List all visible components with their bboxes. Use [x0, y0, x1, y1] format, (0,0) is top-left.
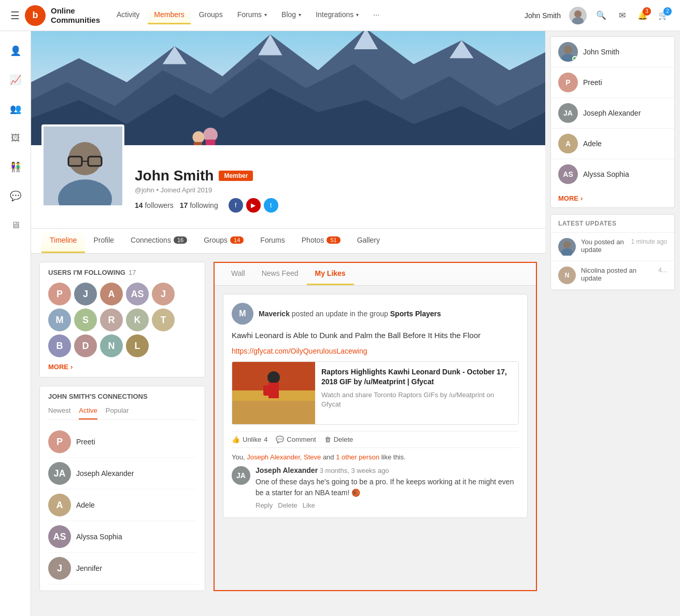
following-avatar-13[interactable]: N [100, 334, 123, 357]
search-icon[interactable]: 🔍 [595, 9, 607, 22]
post-likes: You, Joseph Alexander, Steve and 1 other… [232, 453, 519, 461]
following-avatar-8[interactable]: R [100, 309, 123, 331]
comment-avatar[interactable]: JA [232, 466, 250, 485]
connection-adele: A Adele [48, 489, 196, 521]
post-group-link[interactable]: Sports Players [390, 310, 441, 318]
tab-groups[interactable]: Groups 14 [195, 229, 252, 253]
unlike-label: Unlike [243, 436, 261, 443]
following-title: USERS I'M FOLLOWING 17 [48, 269, 196, 276]
following-avatar-7[interactable]: S [74, 309, 97, 331]
menu-members[interactable]: Members [148, 6, 190, 24]
tab-forums[interactable]: Forums [252, 229, 293, 253]
update-you[interactable]: You posted an update 1 minute ago [551, 233, 674, 261]
member-avatar-alyssa: AS [558, 164, 578, 184]
following-avatar-11[interactable]: B [48, 334, 71, 357]
sidebar-chat-icon[interactable]: 💬 [6, 187, 25, 205]
menu-blog[interactable]: Blog [275, 6, 307, 24]
menu-integrations[interactable]: Integrations [309, 6, 365, 24]
following-avatar-12[interactable]: D [74, 334, 97, 357]
liker-other[interactable]: 1 other person [336, 453, 379, 461]
unlike-action[interactable]: 👍 Unlike 4 [232, 436, 267, 443]
notifications-icon[interactable]: 🔔 3 [636, 9, 649, 22]
conn-avatar-jennifer[interactable]: J [48, 557, 71, 580]
tab-profile[interactable]: Profile [85, 229, 122, 253]
following-avatar-10[interactable]: T [152, 309, 175, 331]
following-avatar-2[interactable]: J [74, 283, 97, 305]
unlike-icon: 👍 [232, 436, 240, 443]
menu-activity[interactable]: Activity [110, 6, 146, 24]
wall-tab-newsfeed[interactable]: News Feed [253, 263, 307, 285]
sidebar-monitor-icon[interactable]: 🖥 [6, 216, 25, 234]
sidebar-person-icon[interactable]: 👤 [6, 41, 25, 60]
following-avatar-9[interactable]: K [126, 309, 149, 331]
members-more-link[interactable]: MORE › [551, 189, 590, 207]
member-joseph[interactable]: JA Joseph Alexander [551, 98, 674, 129]
following-stat[interactable]: 17 following [180, 201, 218, 209]
nav-avatar[interactable] [569, 7, 587, 24]
logo-icon: b [25, 5, 46, 26]
comment-action[interactable]: 💬 Comment [276, 436, 316, 443]
wall-tab-wall[interactable]: Wall [223, 263, 253, 285]
sidebar-photo-icon[interactable]: 🖼 [6, 129, 25, 147]
comment-author[interactable]: Joseph Alexander [256, 466, 318, 474]
photos-badge: 51 [327, 236, 340, 244]
member-john[interactable]: John Smith [551, 37, 674, 67]
following-avatar-3[interactable]: A [100, 283, 123, 305]
conn-tab-active[interactable]: Active [79, 407, 97, 419]
following-avatar-5[interactable]: J [152, 283, 175, 305]
profile-handle: @john • Joined April 2019 [135, 186, 278, 194]
following-avatar-4[interactable]: AS [126, 283, 149, 305]
following-avatar-6[interactable]: M [48, 309, 71, 331]
nav-right: John Smith 🔍 ✉ 🔔 3 🛒 2 [525, 7, 670, 24]
tab-timeline[interactable]: Timeline [41, 229, 85, 253]
connection-jennifer: J Jennifer [48, 553, 196, 584]
update-text-nicolina: Nicolina posted an update [581, 267, 653, 282]
logo[interactable]: b OnlineCommunities [25, 5, 100, 26]
facebook-icon[interactable]: f [229, 198, 243, 213]
conn-tab-popular[interactable]: Popular [106, 407, 129, 419]
member-adele[interactable]: A Adele [551, 129, 674, 159]
menu-more[interactable]: ··· [367, 6, 386, 24]
tab-gallery[interactable]: Gallery [349, 229, 388, 253]
member-name-joseph: Joseph Alexander [583, 109, 641, 117]
member-alyssa[interactable]: AS Alyssa Sophia [551, 159, 674, 189]
post-link[interactable]: https://gfycat.com/OilyQuerulousLacewing [232, 347, 519, 355]
member-preeti[interactable]: P Preeti [551, 67, 674, 98]
cart-icon[interactable]: 🛒 2 [657, 9, 670, 22]
comment-actions: Reply Delete Like [256, 501, 519, 509]
delete-action[interactable]: 🗑 Delete [324, 436, 353, 443]
conn-avatar-alyssa[interactable]: AS [48, 525, 71, 548]
twitter-icon[interactable]: t [264, 198, 278, 213]
sidebar-activity-icon[interactable]: 📈 [6, 71, 25, 89]
following-more-link[interactable]: MORE › [48, 363, 73, 371]
post-author-avatar[interactable]: M [232, 303, 253, 325]
sidebar-profile-icon[interactable]: 👥 [6, 100, 25, 118]
tab-connections[interactable]: Connections 16 [122, 229, 195, 253]
post-preview-card[interactable]: Raptors Highlights Kawhi Leonard Dunk - … [232, 361, 519, 425]
menu-forums[interactable]: Forums [231, 6, 273, 24]
conn-name-adele: Adele [76, 501, 95, 509]
followers-stat[interactable]: 14 followers [135, 201, 174, 209]
social-icons: f ▶ t [229, 198, 278, 213]
following-avatar-1[interactable]: P [48, 283, 71, 305]
wall-tab-mylikes[interactable]: My Likes [307, 263, 354, 285]
tab-photos[interactable]: Photos 51 [293, 229, 349, 253]
comment-delete[interactable]: Delete [278, 501, 298, 509]
conn-tab-newest[interactable]: Newest [48, 407, 70, 419]
comment-like[interactable]: Like [303, 501, 315, 509]
connection-alyssa: AS Alyssa Sophia [48, 521, 196, 553]
sidebar-group-icon[interactable]: 👫 [6, 158, 25, 176]
hamburger-icon[interactable]: ☰ [10, 9, 20, 22]
conn-avatar-joseph[interactable]: JA [48, 462, 71, 485]
liker-joseph[interactable]: Joseph Alexander, Steve [247, 453, 321, 461]
post-header: M Maverick posted an update in the group… [232, 303, 519, 325]
youtube-icon[interactable]: ▶ [246, 198, 261, 213]
conn-avatar-adele[interactable]: A [48, 494, 71, 516]
post-author-link[interactable]: Maverick [259, 310, 290, 318]
messages-icon[interactable]: ✉ [616, 9, 628, 22]
menu-groups[interactable]: Groups [193, 6, 229, 24]
update-nicolina[interactable]: N Nicolina posted an update 4... [551, 261, 674, 290]
conn-avatar-preeti[interactable]: P [48, 430, 71, 453]
following-avatar-14[interactable]: L [126, 334, 149, 357]
comment-reply[interactable]: Reply [256, 501, 273, 509]
